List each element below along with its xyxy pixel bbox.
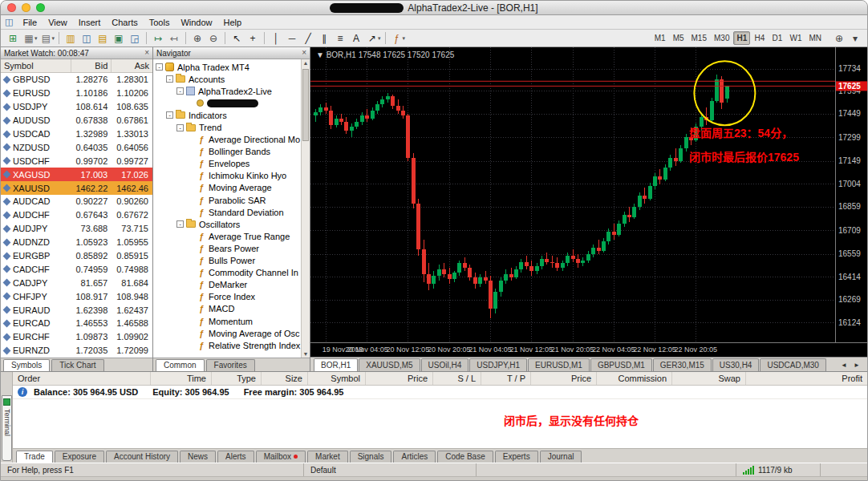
navigator-tree-item[interactable]: ƒDeMarker bbox=[153, 279, 310, 291]
timeframe-m15[interactable]: M15 bbox=[688, 31, 710, 45]
terminal-tab-trade[interactable]: Trade bbox=[16, 451, 53, 463]
navigator-tree-item[interactable]: ƒMACD bbox=[153, 303, 310, 315]
market-watch-row[interactable]: USDCHF0.997020.99727 bbox=[1, 154, 152, 168]
chart-tab-gbpusd-m1[interactable]: GBPUSD,M1 bbox=[590, 358, 652, 371]
chart-shift-icon[interactable]: ↤ bbox=[166, 31, 182, 46]
timeframe-h4[interactable]: H4 bbox=[751, 31, 768, 45]
fibonacci-icon[interactable]: ≡ bbox=[332, 31, 348, 46]
terminal-tab-account-history[interactable]: Account History bbox=[106, 451, 178, 463]
timeframe-m1[interactable]: M1 bbox=[651, 31, 669, 45]
terminal-tab-mailbox[interactable]: Mailbox bbox=[256, 451, 306, 463]
terminal-tab-market[interactable]: Market bbox=[307, 451, 348, 463]
market-watch-row[interactable]: AUDJPY73.68873.715 bbox=[1, 222, 152, 236]
timeframe-d1[interactable]: D1 bbox=[769, 31, 785, 45]
navigator-tree-item[interactable]: ƒParabolic SAR bbox=[153, 194, 310, 206]
column-bid[interactable]: Bid bbox=[71, 59, 112, 72]
market-watch-row[interactable]: EURUSD1.101861.10206 bbox=[1, 87, 152, 100]
strategy-tester-icon[interactable]: ◲ bbox=[127, 31, 143, 46]
toolbar-overflow-icon[interactable]: ▾ bbox=[847, 31, 863, 46]
terminal-column-symbol-4[interactable]: Symbol bbox=[308, 372, 366, 385]
navigator-tree-item[interactable]: ƒAverage Directional Mo bbox=[153, 134, 310, 146]
market-watch-tab-tick-chart[interactable]: Tick Chart bbox=[51, 359, 103, 371]
market-watch-row[interactable]: USDJPY108.614108.635 bbox=[1, 100, 152, 114]
market-watch-row[interactable]: EURAUD1.623981.62437 bbox=[1, 303, 152, 317]
navigator-tree-item[interactable]: -Alpha Tradex MT4 bbox=[153, 61, 310, 73]
market-watch-row[interactable]: AUDCHF0.676430.67672 bbox=[1, 208, 152, 222]
navigator-tree-item[interactable]: ƒForce Index bbox=[153, 291, 310, 303]
terminal-column-type-2[interactable]: Type bbox=[212, 372, 262, 385]
terminal-vertical-tab[interactable]: Terminal bbox=[2, 395, 12, 461]
navigator-tree-item[interactable]: ƒMomentum bbox=[153, 315, 310, 327]
navigator-tree-item[interactable]: ƒBulls Power bbox=[153, 255, 310, 267]
market-watch-row[interactable]: CHFJPY108.917108.948 bbox=[1, 289, 152, 303]
column-symbol[interactable]: Symbol bbox=[1, 59, 71, 72]
market-watch-row[interactable]: CADJPY81.65781.684 bbox=[1, 276, 152, 289]
market-watch-row[interactable]: EURCAD1.465531.46588 bbox=[1, 317, 152, 330]
scroll-up-icon[interactable]: ▲ bbox=[302, 60, 310, 66]
zoom-out-icon[interactable]: ⊖ bbox=[205, 31, 221, 46]
terminal-tab-code-base[interactable]: Code Base bbox=[437, 451, 493, 463]
zoom-window-button[interactable] bbox=[36, 3, 45, 12]
navigator-tree-item[interactable]: -Accounts bbox=[153, 73, 310, 85]
expand-toggle-icon[interactable]: - bbox=[176, 87, 184, 95]
timeframe-mn[interactable]: MN bbox=[805, 31, 825, 45]
terminal-icon[interactable]: ▣ bbox=[111, 31, 127, 46]
navigator-tree-item[interactable]: -AlphaTradex2-Live bbox=[153, 85, 310, 97]
cursor-icon[interactable]: ↖ bbox=[229, 31, 245, 46]
crosshair-icon[interactable]: + bbox=[245, 31, 261, 46]
navigator-tree-item[interactable]: ƒCommodity Channel In bbox=[153, 267, 310, 279]
close-window-button[interactable] bbox=[7, 3, 16, 12]
navigator-tree-item[interactable]: ƒBollinger Bands bbox=[153, 146, 310, 158]
timeframe-m30[interactable]: M30 bbox=[711, 31, 732, 45]
menu-insert[interactable]: Insert bbox=[73, 17, 107, 28]
market-watch-row[interactable]: EURNZD1.720351.72099 bbox=[1, 344, 152, 358]
menu-help[interactable]: Help bbox=[218, 17, 248, 28]
market-watch-close-icon[interactable]: × bbox=[144, 49, 149, 57]
equidistant-channel-icon[interactable]: ∥ bbox=[316, 31, 332, 46]
market-watch-icon[interactable]: ▥ bbox=[63, 31, 79, 46]
navigator-tab-common[interactable]: Common bbox=[156, 359, 205, 371]
navigator-tree-item[interactable]: ƒMoving Average of Osc bbox=[153, 327, 310, 339]
price-chart[interactable]: 1773417594174491729917149170041685916709… bbox=[310, 47, 868, 357]
navigator-scrollbar[interactable]: ▲ ▼ bbox=[301, 59, 310, 358]
auto-scroll-icon[interactable]: ↦ bbox=[150, 31, 166, 46]
terminal-column-order-0[interactable]: Order bbox=[13, 372, 151, 385]
dropdown-caret-icon[interactable]: ▾ bbox=[378, 35, 381, 42]
terminal-column-commission-9[interactable]: Commission bbox=[597, 372, 672, 385]
market-watch-row[interactable]: USDCAD1.329891.33013 bbox=[1, 127, 152, 141]
navigator-icon[interactable]: ▤ bbox=[95, 31, 111, 46]
chart-tab-eurusd-m1[interactable]: EURUSD,M1 bbox=[528, 358, 590, 371]
menu-charts[interactable]: Charts bbox=[106, 17, 143, 28]
data-window-icon[interactable]: ◫ bbox=[79, 31, 95, 46]
dropdown-caret-icon[interactable]: ▾ bbox=[52, 35, 55, 42]
navigator-header[interactable]: Navigator × bbox=[153, 47, 310, 59]
navigator-tree-item[interactable]: ƒIchimoku Kinko Hyo bbox=[153, 170, 310, 182]
market-watch-row[interactable]: XAUUSD1462.221462.46 bbox=[1, 181, 152, 195]
market-watch-row[interactable]: AUDCAD0.902270.90260 bbox=[1, 195, 152, 208]
chart-tab-bor-h1[interactable]: BOR,H1 bbox=[314, 358, 358, 371]
market-watch-tab-symbols[interactable]: Symbols bbox=[3, 359, 50, 371]
navigator-tree-item[interactable]: ƒRelative Strength Index bbox=[153, 339, 310, 351]
text-label-icon[interactable]: A bbox=[348, 31, 364, 46]
status-profile[interactable]: Default bbox=[304, 463, 477, 476]
terminal-tab-news[interactable]: News bbox=[180, 451, 216, 463]
chart-tab-us30-h4[interactable]: US30,H4 bbox=[712, 358, 760, 371]
terminal-tab-articles[interactable]: Articles bbox=[393, 451, 436, 463]
timeframe-m5[interactable]: M5 bbox=[670, 31, 688, 45]
expand-toggle-icon[interactable]: - bbox=[156, 63, 163, 71]
market-watch-row[interactable]: XAGUSD17.00317.026 bbox=[1, 168, 152, 181]
market-watch-row[interactable]: EURGBP0.858920.85915 bbox=[1, 249, 152, 263]
market-watch-row[interactable]: EURCHF1.098731.09902 bbox=[1, 330, 152, 344]
menu-view[interactable]: View bbox=[43, 17, 73, 28]
terminal-column-profit-11[interactable]: Profit bbox=[746, 372, 867, 385]
navigator-tree-item[interactable]: -Indicators bbox=[153, 109, 310, 121]
time-axis[interactable]: 19 Nov 201920 Nov 04:0520 Nov 12:0520 No… bbox=[322, 346, 717, 354]
terminal-column-s-l-6[interactable]: S / L bbox=[433, 372, 481, 385]
chart-tab-usdcad-m30[interactable]: USDCAD,M30 bbox=[760, 358, 825, 371]
menu-window[interactable]: Window bbox=[175, 17, 217, 28]
chart-window-icon[interactable]: ◫ bbox=[5, 17, 13, 27]
navigator-tree-item[interactable]: ƒStandard Deviation bbox=[153, 206, 310, 218]
terminal-tab-journal[interactable]: Journal bbox=[540, 451, 582, 463]
navigator-tab-favorites[interactable]: Favorites bbox=[206, 359, 255, 371]
navigator-tree-item[interactable]: ƒAverage True Range bbox=[153, 230, 310, 242]
